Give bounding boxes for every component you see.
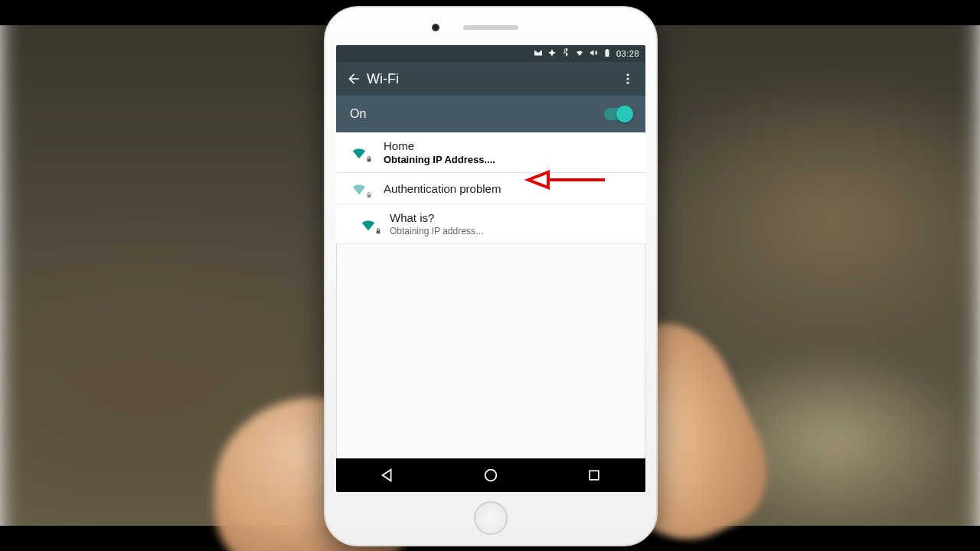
volume-icon	[589, 48, 598, 59]
lock-icon	[366, 156, 372, 162]
phone-screen: 03:28 Wi-Fi On Home	[336, 45, 645, 492]
nav-home-button[interactable]	[468, 461, 514, 489]
android-nav-bar	[336, 458, 645, 492]
circle-home-icon	[482, 467, 499, 484]
overflow-menu-button[interactable]	[615, 66, 641, 92]
network-row-home[interactable]: Home Obtaining IP Address....	[336, 132, 645, 173]
switch-knob	[616, 106, 633, 122]
phone-camera	[432, 24, 439, 31]
wifi-toggle-label: On	[350, 107, 366, 121]
square-recents-icon	[586, 468, 602, 483]
hardware-home-button[interactable]	[474, 501, 508, 535]
wifi-signal-icon	[358, 216, 379, 233]
network-status: Obtaining IP address…	[390, 226, 485, 236]
clock: 03:28	[616, 49, 639, 58]
network-ssid: Authentication problem	[384, 182, 501, 195]
svg-point-0	[627, 73, 629, 76]
app-bar: Wi-Fi	[336, 62, 645, 96]
wifi-signal-icon	[348, 180, 370, 197]
lock-icon	[366, 192, 372, 198]
status-bar: 03:28	[336, 45, 645, 62]
phone-speaker	[463, 25, 518, 30]
wifi-toggle-row: On	[336, 96, 645, 132]
battery-icon	[603, 48, 612, 59]
wifi-switch[interactable]	[604, 108, 632, 120]
gps-icon	[547, 48, 557, 59]
svg-point-2	[627, 82, 629, 84]
back-button[interactable]	[341, 66, 367, 92]
mail-icon	[534, 48, 543, 59]
svg-point-1	[627, 78, 629, 80]
network-row-what-is[interactable]: What is? Obtaining IP address…	[336, 204, 645, 244]
triangle-back-icon	[379, 467, 396, 484]
network-status: Obtaining IP Address....	[384, 154, 495, 165]
nav-recents-button[interactable]	[571, 461, 617, 489]
network-row-auth-problem[interactable]: Authentication problem	[336, 173, 645, 204]
network-ssid: What is?	[390, 211, 485, 224]
network-list: Home Obtaining IP Address.... Authentica…	[336, 132, 645, 244]
wifi-icon	[575, 48, 584, 59]
arrow-back-icon	[346, 71, 361, 86]
nav-back-button[interactable]	[364, 461, 410, 489]
svg-point-3	[485, 470, 497, 481]
more-vert-icon	[621, 72, 635, 86]
phone-frame: 03:28 Wi-Fi On Home	[324, 6, 658, 546]
bluetooth-icon	[561, 48, 570, 59]
lock-icon	[375, 228, 381, 234]
network-ssid: Home	[384, 139, 495, 152]
svg-rect-4	[590, 471, 599, 480]
wifi-signal-icon	[348, 144, 370, 161]
page-title: Wi-Fi	[367, 71, 615, 87]
